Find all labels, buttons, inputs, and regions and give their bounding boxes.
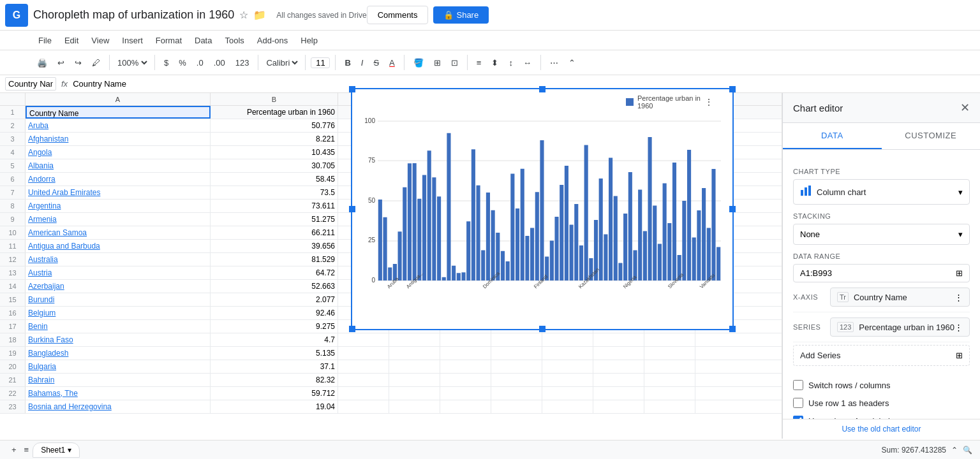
stacking-selector[interactable]: None ▾: [793, 224, 970, 245]
cell-reference-input[interactable]: [5, 77, 56, 91]
cell-empty[interactable]: [644, 387, 695, 400]
cell-empty[interactable]: [491, 360, 542, 373]
cell-empty[interactable]: [644, 400, 695, 413]
chart-bar[interactable]: [579, 245, 583, 280]
chart-bar[interactable]: [413, 163, 417, 280]
cell-empty[interactable]: [389, 374, 440, 386]
chart-bar[interactable]: [422, 175, 426, 281]
x-axis-more-icon[interactable]: ⋮: [954, 293, 963, 302]
chart-bar[interactable]: [383, 217, 387, 280]
cell-empty[interactable]: [338, 400, 389, 413]
chart-bar[interactable]: [521, 169, 524, 280]
explore-icon[interactable]: 🔍: [963, 446, 972, 455]
cell-empty[interactable]: [491, 374, 542, 386]
chart-bar[interactable]: [584, 145, 588, 281]
chart-bar[interactable]: [388, 268, 392, 281]
redo-button[interactable]: ↪: [71, 57, 85, 69]
chart-bar[interactable]: [461, 272, 465, 280]
col-header-a[interactable]: A: [26, 93, 211, 105]
cell-empty[interactable]: [440, 333, 491, 346]
cell-empty[interactable]: [338, 347, 389, 360]
star-icon[interactable]: ☆: [239, 9, 248, 21]
cell-empty[interactable]: [440, 360, 491, 373]
cell-empty[interactable]: [644, 374, 695, 386]
chart-bar[interactable]: [707, 228, 711, 281]
cell-country-name[interactable]: Bahrain: [26, 374, 211, 386]
cell-empty[interactable]: [338, 333, 389, 346]
cell-country-name[interactable]: Andorra: [26, 173, 211, 186]
valign-button[interactable]: ⬍: [487, 57, 502, 69]
chart-bar[interactable]: [516, 208, 519, 280]
cell-empty[interactable]: [542, 347, 593, 360]
chart-bar[interactable]: [378, 200, 382, 280]
wrap-button[interactable]: ↔: [519, 57, 535, 69]
menu-tools[interactable]: Tools: [219, 34, 249, 47]
chart-bar[interactable]: [417, 199, 421, 280]
cell-empty[interactable]: [593, 400, 644, 413]
chart-bar[interactable]: [466, 221, 470, 280]
borders-button[interactable]: ⊞: [430, 57, 445, 69]
chart-bar[interactable]: [614, 196, 618, 281]
menu-data[interactable]: Data: [189, 34, 217, 47]
bold-button[interactable]: B: [341, 57, 354, 69]
cell-empty[interactable]: [644, 360, 695, 373]
cell-empty[interactable]: [338, 374, 389, 386]
chart-bar[interactable]: [432, 177, 436, 280]
cell-empty[interactable]: [644, 347, 695, 360]
sheet-tab-sheet1[interactable]: Sheet1 ▾: [33, 442, 80, 458]
chart-bar[interactable]: [711, 169, 715, 280]
chart-bar[interactable]: [565, 166, 568, 280]
cell-empty[interactable]: [389, 387, 440, 400]
cell-country-name[interactable]: Bosnia and Herzegovina: [26, 400, 211, 413]
cell-empty[interactable]: [389, 347, 440, 360]
chart-bar[interactable]: [663, 184, 667, 281]
font-size-input[interactable]: [311, 57, 330, 68]
cell-country-name[interactable]: Azerbaijan: [26, 280, 211, 293]
sum-chevron-icon[interactable]: ⌃: [951, 446, 958, 455]
chart-bar[interactable]: [486, 193, 490, 280]
cell-empty[interactable]: [491, 400, 542, 413]
chart-bar[interactable]: [442, 277, 446, 280]
cell-empty[interactable]: [338, 387, 389, 400]
cell-empty[interactable]: [440, 374, 491, 386]
chart-bar[interactable]: [403, 187, 406, 280]
chart-type-selector[interactable]: Column chart ▾: [793, 179, 970, 205]
cell-empty[interactable]: [542, 387, 593, 400]
cell-country-name[interactable]: Albania: [26, 159, 211, 172]
menu-edit[interactable]: Edit: [59, 34, 84, 47]
chart-bar[interactable]: [697, 210, 701, 280]
cell-empty[interactable]: [389, 333, 440, 346]
chart-bar[interactable]: [648, 137, 651, 280]
chart-bar[interactable]: [481, 251, 485, 281]
share-button[interactable]: 🔒 Share: [433, 6, 489, 24]
cell-empty[interactable]: [542, 333, 593, 346]
strikethrough-button[interactable]: S: [369, 57, 383, 69]
add-sheet-button[interactable]: +: [8, 444, 20, 456]
format-number-button[interactable]: 123: [232, 57, 253, 69]
tab-data[interactable]: DATA: [783, 123, 882, 149]
chart-bar[interactable]: [570, 225, 574, 281]
chart-more-button[interactable]: ⋮: [704, 97, 713, 107]
menu-format[interactable]: Format: [151, 34, 187, 47]
cell-country-name[interactable]: Burkina Faso: [26, 333, 211, 346]
cell-empty[interactable]: [593, 374, 644, 386]
chart-bar[interactable]: [599, 178, 603, 280]
cell-empty[interactable]: [389, 360, 440, 373]
chart-bar[interactable]: [618, 263, 622, 281]
more-button[interactable]: ⋯: [546, 57, 562, 69]
chart-bar[interactable]: [398, 231, 402, 280]
menu-file[interactable]: File: [33, 34, 57, 47]
cell-country-name[interactable]: Argentina: [26, 200, 211, 212]
chart-bar[interactable]: [692, 238, 696, 281]
chart-bar[interactable]: [672, 163, 676, 280]
sheet-list-button[interactable]: ≡: [20, 444, 33, 456]
text-rotate-button[interactable]: ↕: [505, 57, 517, 69]
cell-empty[interactable]: [440, 387, 491, 400]
data-range-grid-icon[interactable]: ⊞: [956, 268, 963, 278]
cell-country-name[interactable]: Country Name: [26, 106, 211, 119]
chart-bar[interactable]: [702, 188, 706, 280]
cell-country-name[interactable]: Antigua and Barbuda: [26, 240, 211, 252]
cell-empty[interactable]: [593, 360, 644, 373]
decimal-decrease-button[interactable]: .0: [193, 57, 207, 69]
undo-button[interactable]: ↩: [54, 57, 68, 69]
